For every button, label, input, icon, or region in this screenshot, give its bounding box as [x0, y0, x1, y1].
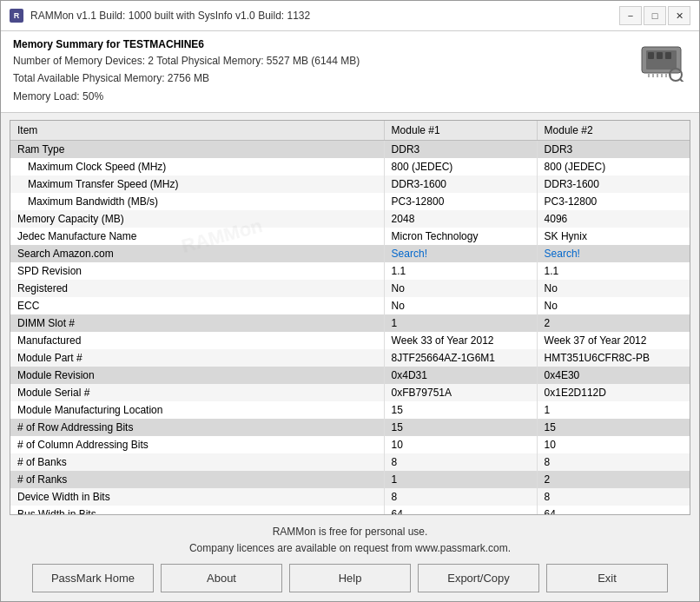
passmark-home-button[interactable]: PassMark Home	[32, 564, 154, 592]
svg-rect-9	[665, 73, 667, 77]
cell-item: Device Width in Bits	[10, 488, 384, 506]
table-row: ManufacturedWeek 33 of Year 2012Week 37 …	[10, 332, 690, 349]
cell-item: # of Column Addressing Bits	[10, 436, 384, 453]
table-row: Ram TypeDDR3DDR3	[10, 141, 690, 159]
table-row: Module Revision0x4D310x4E30	[10, 367, 690, 384]
cell-item: # of Row Addressing Bits	[10, 419, 384, 436]
summary-area: Memory Summary for TESTMACHINE6 Number o…	[1, 31, 699, 113]
maximize-button[interactable]: □	[644, 6, 666, 25]
table-row: RegisteredNoNo	[10, 280, 690, 297]
table-row: Jedec Manufacture NameMicron TechnologyS…	[10, 228, 690, 245]
cell-item: Search Amazon.com	[10, 245, 384, 262]
window-controls: − □ ✕	[619, 6, 690, 25]
about-button[interactable]: About	[161, 564, 282, 592]
cell-mod1: 8JTF25664AZ-1G6M1	[384, 349, 537, 367]
cell-mod2: 15	[537, 419, 690, 436]
table-row: DIMM Slot #12	[10, 314, 690, 332]
footer-line1: RAMMon is free for personal use.	[1, 524, 699, 540]
svg-line-12	[680, 79, 683, 82]
cell-mod2: 8	[537, 453, 690, 471]
main-window: R RAMMon v1.1 Build: 1000 built with Sys…	[0, 0, 700, 602]
cell-item: ECC	[10, 297, 384, 314]
cell-mod2: No	[537, 297, 690, 314]
cell-mod1: 1.1	[384, 262, 537, 280]
col-mod1-header: Module #1	[384, 121, 537, 141]
data-table: Item Module #1 Module #2 Ram TypeDDR3DDR…	[10, 121, 690, 514]
cell-item: Registered	[10, 280, 384, 297]
cell-mod2: PC3-12800	[537, 193, 690, 210]
table-row: Maximum Clock Speed (MHz)800 (JEDEC)800 …	[10, 158, 690, 175]
help-button[interactable]: Help	[289, 564, 411, 592]
summary-line3: Memory Load: 50%	[13, 88, 360, 105]
cell-item: Maximum Transfer Speed (MHz)	[10, 175, 384, 193]
cell-mod2: 1	[537, 401, 690, 419]
cell-mod2: No	[537, 280, 690, 297]
cell-mod1: 0xFB79751A	[384, 384, 537, 401]
cell-mod1: 1	[384, 314, 537, 332]
table-row: # of Column Addressing Bits1010	[10, 436, 690, 453]
cell-item: Ram Type	[10, 141, 384, 159]
table-row: Module Part #8JTF25664AZ-1G6M1HMT351U6CF…	[10, 349, 690, 367]
cell-mod1: 8	[384, 488, 537, 506]
cell-mod2: 2	[537, 471, 690, 488]
cell-mod2: 8	[537, 488, 690, 506]
svg-rect-4	[665, 52, 671, 59]
svg-rect-7	[657, 73, 658, 77]
cell-mod1[interactable]: Search!	[384, 245, 537, 262]
table-row: Bus Width in Bits6464	[10, 506, 690, 514]
cell-item: Maximum Bandwidth (MB/s)	[10, 193, 384, 210]
table-header-row: Item Module #1 Module #2	[10, 121, 690, 141]
cell-mod1: Week 33 of Year 2012	[384, 332, 537, 349]
cell-mod1: Micron Technology	[384, 228, 537, 245]
col-mod2-header: Module #2	[537, 121, 690, 141]
svg-rect-2	[648, 52, 654, 59]
footer-text: RAMMon is free for personal use. Company…	[1, 519, 699, 560]
cell-item: Jedec Manufacture Name	[10, 228, 384, 245]
summary-title: Memory Summary for TESTMACHINE6	[13, 38, 360, 50]
col-item-header: Item	[10, 121, 384, 141]
cell-mod1: 1	[384, 471, 537, 488]
cell-mod2: DDR3-1600	[537, 175, 690, 193]
cell-mod1: No	[384, 280, 537, 297]
close-button[interactable]: ✕	[668, 6, 690, 25]
cell-mod2: SK Hynix	[537, 228, 690, 245]
exit-button[interactable]: Exit	[546, 564, 668, 592]
cell-mod2: 0x4E30	[537, 367, 690, 384]
table-row: Module Manufacturing Location151	[10, 401, 690, 419]
cell-item: # of Banks	[10, 453, 384, 471]
table-row: # of Ranks12	[10, 471, 690, 488]
summary-line2: Total Available Physical Memory: 2756 MB	[13, 69, 360, 87]
cell-item: Bus Width in Bits	[10, 506, 384, 514]
export-copy-button[interactable]: Export/Copy	[418, 564, 539, 592]
table-row: Maximum Bandwidth (MB/s)PC3-12800PC3-128…	[10, 193, 690, 210]
table-row: Module Serial #0xFB79751A0x1E2D112D	[10, 384, 690, 401]
ram-icon	[635, 38, 687, 82]
cell-mod2: Week 37 of Year 2012	[537, 332, 690, 349]
cell-mod2: HMT351U6CFR8C-PB	[537, 349, 690, 367]
cell-mod2[interactable]: Search!	[537, 245, 690, 262]
svg-rect-6	[652, 73, 654, 77]
minimize-button[interactable]: −	[619, 6, 642, 25]
footer-line2: Company licences are available on reques…	[1, 540, 699, 557]
summary-line1: Number of Memory Devices: 2 Total Physic…	[13, 52, 360, 69]
cell-mod1: DDR3-1600	[384, 175, 537, 193]
cell-item: Manufactured	[10, 332, 384, 349]
table-row: # of Banks88	[10, 453, 690, 471]
table-row: Search Amazon.comSearch!Search!	[10, 245, 690, 262]
table-row: Memory Capacity (MB)20484096	[10, 210, 690, 228]
footer-buttons: PassMark Home About Help Export/Copy Exi…	[1, 560, 699, 601]
cell-mod2: 64	[537, 506, 690, 514]
cell-mod2: 10	[537, 436, 690, 453]
cell-mod1: PC3-12800	[384, 193, 537, 210]
cell-mod1: 0x4D31	[384, 367, 537, 384]
cell-mod1: 15	[384, 401, 537, 419]
cell-mod1: 64	[384, 506, 537, 514]
cell-mod2: 2	[537, 314, 690, 332]
table-row: Device Width in Bits88	[10, 488, 690, 506]
table-row: ECCNoNo	[10, 297, 690, 314]
app-icon: R	[10, 9, 23, 23]
window-title: RAMMon v1.1 Build: 1000 built with SysIn…	[30, 10, 310, 22]
cell-mod2: 1.1	[537, 262, 690, 280]
cell-mod1: 15	[384, 419, 537, 436]
cell-mod1: No	[384, 297, 537, 314]
